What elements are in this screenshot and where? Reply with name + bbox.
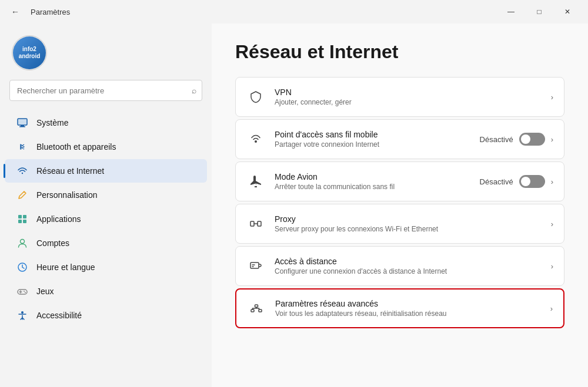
sidebar-label-heure: Heure et langue (36, 263, 95, 272)
user-icon (16, 237, 28, 249)
svg-rect-2 (19, 126, 25, 127)
settings-right-params-avances: › (550, 304, 553, 313)
svg-rect-0 (18, 119, 27, 125)
window-controls: — □ ✕ (497, 2, 581, 21)
settings-item-vpn[interactable]: VPN Ajouter, connecter, gérer › (235, 77, 564, 117)
sidebar-label-jeux: Jeux (36, 287, 54, 296)
settings-name-hotspot: Point d'accès sans fil mobile (275, 130, 470, 139)
chevron-icon-vpn: › (551, 93, 553, 102)
sidebar-item-heure[interactable]: Heure et langue (5, 255, 207, 279)
settings-text-hotspot: Point d'accès sans fil mobile Partager v… (275, 130, 470, 149)
sidebar-label-applications: Applications (36, 214, 81, 224)
sidebar: info2 android ⌕ Système Bluetooth et app… (0, 23, 212, 387)
svg-point-12 (25, 292, 26, 293)
settings-text-acces-distance: Accès à distance Configurer une connexio… (275, 257, 542, 275)
back-button[interactable]: ← (7, 4, 24, 20)
sidebar-item-systeme[interactable]: Système (5, 111, 207, 134)
search-box: ⌕ (9, 80, 202, 101)
svg-rect-5 (23, 215, 26, 218)
settings-text-avion: Mode Avion Arrêter toute la communicatio… (275, 172, 470, 191)
settings-desc-avion: Arrêter toute la communication sans fil (275, 183, 470, 191)
settings-desc-hotspot: Partager votre connexion Internet (275, 140, 470, 149)
sidebar-item-reseau[interactable]: Réseau et Internet (5, 159, 207, 183)
minimize-button[interactable]: — (497, 2, 524, 21)
svg-rect-15 (250, 221, 254, 226)
toggle-knob-avion (521, 177, 530, 186)
svg-point-8 (21, 240, 25, 244)
proxy-icon (246, 214, 265, 233)
chevron-icon-proxy: › (551, 220, 553, 228)
svg-point-13 (21, 311, 24, 314)
settings-item-proxy[interactable]: Proxy Serveur proxy pour les connexions … (235, 204, 564, 244)
page-title: Réseau et Internet (235, 41, 564, 63)
settings-right-avion: Désactivé › (480, 175, 553, 188)
sidebar-item-bluetooth[interactable]: Bluetooth et appareils (5, 135, 207, 159)
clock-icon (16, 261, 28, 273)
settings-list: VPN Ajouter, connecter, gérer › Point d'… (235, 77, 564, 328)
remote-icon (246, 257, 265, 275)
svg-rect-7 (23, 220, 26, 223)
svg-rect-6 (18, 220, 22, 223)
right-panel: Réseau et Internet VPN Ajouter, connecte… (212, 23, 588, 387)
settings-item-avion[interactable]: Mode Avion Arrêter toute la communicatio… (235, 161, 564, 201)
settings-item-params-avances[interactable]: Paramètres réseau avancés Voir tous les … (235, 288, 564, 328)
settings-right-acces-distance: › (551, 262, 553, 271)
settings-text-proxy: Proxy Serveur proxy pour les connexions … (275, 214, 542, 233)
chevron-icon-hotspot: › (551, 135, 553, 144)
sidebar-item-applications[interactable]: Applications (5, 207, 207, 231)
avatar-initials: info2 android (13, 36, 46, 69)
gamepad-icon (16, 285, 28, 297)
settings-item-hotspot[interactable]: Point d'accès sans fil mobile Partager v… (235, 119, 564, 159)
app-title: Paramètres (31, 8, 490, 16)
apps-icon (16, 213, 28, 225)
toggle-label-avion: Désactivé (480, 177, 513, 186)
nav-list: Système Bluetooth et appareils Réseau et… (0, 110, 212, 328)
sidebar-label-accessibilite: Accessibilité (36, 311, 82, 320)
settings-name-avion: Mode Avion (275, 172, 470, 181)
avatar[interactable]: info2 android (12, 35, 47, 70)
settings-right-hotspot: Désactivé › (480, 133, 553, 146)
sidebar-label-systeme: Système (36, 118, 68, 127)
brush-icon (16, 189, 28, 201)
search-input[interactable] (9, 80, 202, 101)
sidebar-item-comptes[interactable]: Comptes (5, 231, 207, 255)
settings-name-proxy: Proxy (275, 214, 542, 224)
toggle-knob-hotspot (521, 134, 530, 144)
sidebar-item-personnalisation[interactable]: Personnalisation (5, 183, 207, 207)
settings-name-acces-distance: Accès à distance (275, 257, 542, 266)
chevron-icon-acces-distance: › (551, 262, 553, 271)
monitor-icon (16, 117, 28, 129)
avatar-section: info2 android (0, 23, 212, 80)
settings-name-params-avances: Paramètres réseau avancés (275, 299, 541, 308)
svg-rect-16 (258, 221, 261, 226)
svg-rect-17 (250, 263, 259, 268)
sidebar-label-comptes: Comptes (36, 238, 69, 248)
toggle-hotspot[interactable] (519, 133, 545, 146)
close-button[interactable]: ✕ (554, 2, 581, 21)
settings-desc-proxy: Serveur proxy pour les connexions Wi-Fi … (275, 225, 542, 233)
main-content: info2 android ⌕ Système Bluetooth et app… (0, 23, 588, 387)
hotspot-icon (246, 130, 265, 149)
sidebar-label-bluetooth: Bluetooth et appareils (36, 142, 116, 152)
sidebar-label-personnalisation: Personnalisation (36, 190, 98, 200)
chevron-icon-avion: › (551, 177, 553, 186)
chevron-icon-params-avances: › (550, 304, 553, 313)
bluetooth-icon (16, 141, 28, 153)
accessibility-icon (16, 309, 28, 321)
settings-name-vpn: VPN (275, 88, 542, 97)
toggle-avion[interactable] (519, 175, 545, 188)
svg-point-3 (22, 173, 23, 174)
settings-item-acces-distance[interactable]: Accès à distance Configurer une connexio… (235, 246, 564, 286)
search-icon: ⌕ (192, 86, 196, 95)
sidebar-item-accessibilite[interactable]: Accessibilité (5, 304, 207, 327)
svg-rect-1 (21, 125, 24, 126)
titlebar: ← Paramètres — □ ✕ (0, 0, 588, 23)
svg-point-11 (24, 291, 25, 292)
settings-desc-params-avances: Voir tous les adaptateurs réseau, réinit… (275, 309, 541, 318)
settings-desc-vpn: Ajouter, connecter, gérer (275, 98, 542, 106)
sidebar-item-jeux[interactable]: Jeux (5, 280, 207, 303)
settings-text-params-avances: Paramètres réseau avancés Voir tous les … (275, 299, 541, 318)
airplane-icon (246, 172, 265, 191)
maximize-button[interactable]: □ (526, 2, 553, 21)
svg-point-14 (255, 140, 257, 143)
